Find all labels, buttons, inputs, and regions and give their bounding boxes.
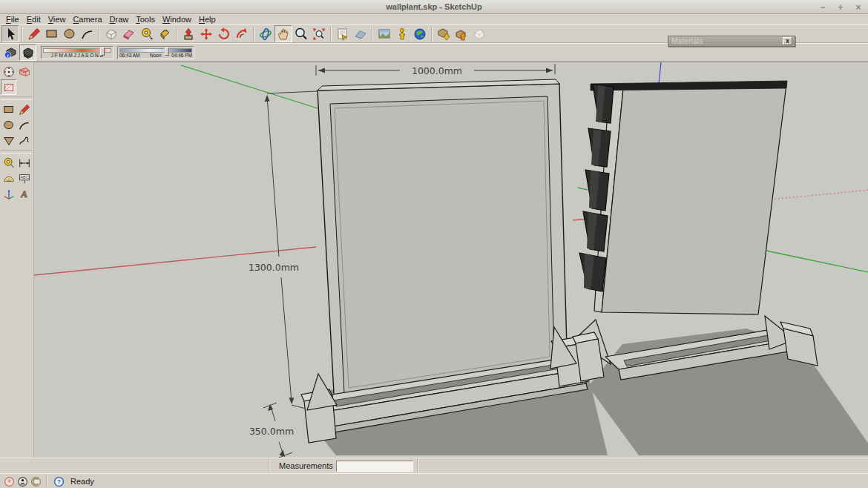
credits-status-icon[interactable] — [30, 475, 42, 487]
xray-icon — [18, 65, 31, 79]
tape-measure-tool-button[interactable] — [138, 25, 156, 42]
palette-arc-button[interactable] — [16, 117, 32, 133]
pan-hand-icon — [276, 27, 291, 42]
orbit-tool-button[interactable] — [257, 25, 274, 42]
menu-edit[interactable]: Edit — [23, 14, 45, 24]
toolbar-separator — [99, 27, 100, 42]
eraser-tool-button[interactable] — [120, 25, 138, 42]
pan-tool-button[interactable] — [274, 25, 292, 42]
menu-view[interactable]: View — [45, 14, 70, 24]
time-slider-thumb[interactable] — [165, 47, 169, 56]
time-slider-labels: 06:43 AM Noon 04:46 PM — [119, 53, 192, 58]
materials-panel[interactable]: Materials x — [668, 36, 795, 47]
sunset-label: 04:46 PM — [171, 53, 192, 58]
text-tool-icon: ABC — [18, 172, 31, 185]
dimension-icon — [18, 156, 31, 170]
palette-freehand-button[interactable] — [16, 133, 32, 148]
menu-window[interactable]: Window — [159, 14, 195, 24]
make-component-button[interactable] — [102, 25, 120, 42]
svg-text:A: A — [20, 189, 29, 200]
menu-tools[interactable]: Tools — [132, 14, 159, 24]
month-slider-thumb[interactable] — [100, 47, 105, 56]
add-location-button[interactable] — [334, 25, 352, 42]
menu-help[interactable]: Help — [195, 14, 220, 24]
share-model-icon — [454, 27, 469, 42]
palette-text-button[interactable]: ABC — [16, 171, 32, 186]
menu-file[interactable]: File — [2, 14, 23, 24]
materials-close-button[interactable]: x — [783, 37, 792, 45]
arc-icon — [18, 119, 31, 132]
get-models-button[interactable] — [435, 25, 453, 42]
arc-tool-button[interactable] — [79, 25, 96, 42]
paint-bucket-tool-button[interactable] — [156, 25, 174, 42]
main-area: ABC A — [0, 62, 868, 458]
palette-3d-text-button[interactable]: A — [16, 186, 32, 202]
maximize-button[interactable]: + — [835, 2, 846, 13]
zoom-extents-button[interactable] — [310, 25, 328, 42]
position-camera-button[interactable] — [393, 25, 411, 42]
google-earth-button[interactable] — [411, 25, 429, 42]
move-tool-button[interactable] — [197, 25, 215, 42]
measurements-input[interactable] — [336, 461, 413, 472]
palette-tape-measure-button[interactable] — [1, 155, 16, 171]
left-frame-structure[interactable] — [318, 79, 568, 407]
menu-draw[interactable]: Draw — [106, 14, 133, 24]
shadow-settings-icon: i — [3, 45, 18, 60]
share-model-button[interactable] — [453, 25, 470, 42]
shadow-month-slider[interactable]: J F M A M J J A S O N D — [41, 46, 114, 59]
rectangle-icon — [2, 103, 16, 116]
empty-slot — [16, 79, 32, 95]
rotate-icon — [217, 27, 231, 42]
toggle-terrain-button[interactable] — [352, 25, 369, 42]
close-button[interactable]: × — [853, 2, 864, 13]
toggle-shadows-button[interactable] — [19, 44, 36, 61]
offset-tool-button[interactable] — [233, 25, 251, 42]
shadow-time-slider[interactable]: 06:43 AM Noon 04:46 PM — [117, 46, 194, 59]
push-pull-tool-button[interactable] — [180, 25, 197, 42]
photo-textures-button[interactable] — [375, 25, 393, 42]
standard-views-button[interactable] — [1, 64, 16, 79]
shadow-settings-button[interactable]: i — [1, 44, 19, 61]
palette-rectangle-button[interactable] — [1, 102, 16, 117]
zoom-tool-button[interactable] — [292, 25, 310, 42]
protractor-icon — [2, 172, 16, 185]
circle-tool-button[interactable] — [61, 25, 79, 42]
select-tool-button[interactable] — [1, 25, 19, 42]
circle-icon — [62, 27, 77, 42]
menubar: File Edit View Camera Draw Tools Window … — [0, 14, 868, 24]
svg-text:ABC: ABC — [20, 175, 28, 179]
window-controls: − + × — [818, 0, 864, 14]
noon-label: Noon — [150, 53, 162, 58]
minimize-button[interactable]: − — [818, 2, 828, 13]
component-browser-button[interactable] — [470, 25, 488, 42]
views-compass-icon — [2, 65, 16, 79]
palette-separator — [1, 150, 32, 154]
palette-protractor-button[interactable] — [1, 171, 16, 186]
toolbar-separator — [22, 27, 23, 42]
back-edges-button[interactable] — [1, 79, 16, 95]
rectangle-tool-button[interactable] — [43, 25, 61, 42]
sunrise-label: 06:43 AM — [119, 53, 139, 58]
palette-line-button[interactable] — [16, 102, 32, 117]
palette-separator — [1, 96, 32, 100]
pencil-icon — [27, 27, 42, 42]
tape-measure-icon — [139, 27, 154, 42]
help-icon[interactable]: ? — [53, 475, 65, 487]
palette-axes-button[interactable] — [1, 186, 16, 202]
line-tool-button[interactable] — [25, 25, 43, 42]
palette-polygon-button[interactable] — [1, 133, 16, 148]
xray-mode-button[interactable] — [16, 64, 32, 79]
titlebar[interactable]: wallplant.skp - SketchUp − + × — [0, 0, 868, 14]
attribution-status-icon[interactable] — [16, 475, 28, 487]
menu-camera[interactable]: Camera — [69, 14, 105, 24]
model-viewport[interactable]: 1000.0mm 1300.0mm 350.0mm — [34, 62, 868, 458]
back-edges-icon — [2, 81, 16, 94]
toolbar-separator — [176, 27, 177, 42]
palette-dimension-button[interactable] — [16, 155, 32, 171]
paint-bucket-icon — [157, 27, 172, 42]
geolocation-status-icon[interactable] — [3, 475, 15, 487]
right-frame-structure[interactable] — [591, 81, 787, 314]
statusbar-separator — [46, 475, 47, 487]
palette-circle-button[interactable] — [1, 117, 16, 133]
rotate-tool-button[interactable] — [215, 25, 233, 42]
